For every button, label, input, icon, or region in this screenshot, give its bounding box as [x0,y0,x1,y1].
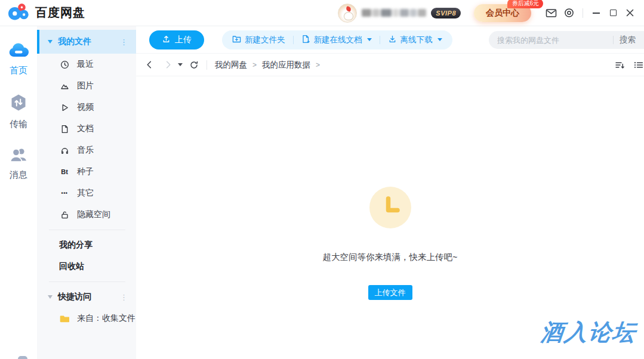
new-online-doc-button[interactable]: 新建在线文档 [301,35,372,45]
breadcrumb-divider [207,60,207,70]
sidebar: 我的文件 ⋮ 最近 图片 视频 [37,26,136,359]
search-input[interactable] [497,36,609,45]
search-button[interactable]: 搜索 [620,35,644,45]
nav-rail: 首页 传输 消息 [0,26,37,359]
header-right: SVIP8 会员中心 券后减6元 [338,4,644,23]
quick-access-label: 快捷访问 [58,292,91,302]
chevron-down-icon [367,38,372,41]
rail-label-home: 首页 [10,65,27,76]
my-files-label: 我的文件 [58,36,91,47]
clock-icon [60,60,69,69]
search-box: 搜索 [489,31,644,49]
cutoff-icon [18,356,27,359]
headphone-icon [60,146,69,155]
sidebar-item-pictures[interactable]: 图片 [37,75,136,97]
main-panel: 上传 新建文件夹 [136,26,644,359]
sidebar-item-torrents[interactable]: Bt 种子 [37,161,136,182]
sidebar-item-documents[interactable]: 文档 [37,118,136,140]
rail-item-transfer[interactable]: 传输 [9,93,28,130]
sidebar-item-music[interactable]: 音乐 [37,140,136,161]
breadcrumb-bar: 我的网盘 > 我的应用数据 > [136,54,644,76]
gear-icon[interactable] [560,4,578,22]
coupon-ribbon: 券后减6元 [507,0,543,8]
sort-icon[interactable] [615,60,625,70]
transfer-icon [9,93,28,114]
list-view-icon[interactable] [634,60,643,70]
watermark: 酒入论坛 [539,317,637,348]
sidebar-my-share[interactable]: 我的分享 [37,234,136,256]
new-folder-button[interactable]: 新建文件夹 [232,35,285,45]
avatar[interactable] [338,4,357,23]
lock-icon [60,211,69,219]
header-divider [583,8,583,18]
breadcrumb-app-data[interactable]: 我的应用数据 [262,60,310,70]
forward-button[interactable] [164,60,172,69]
folder-plus-icon [232,35,241,45]
sidebar-item-recent[interactable]: 最近 [37,54,136,75]
sidebar-item-videos[interactable]: 视频 [37,97,136,118]
close-button[interactable] [621,5,638,21]
username-blurred [362,9,426,17]
member-center: 会员中心 券后减6元 [474,4,531,22]
sidebar-divider [49,230,125,230]
ellipsis-icon: ••• [60,190,69,196]
toolbar: 上传 新建文件夹 [136,26,644,54]
rail-item-home[interactable]: 首页 [7,42,30,76]
history-dropdown-icon[interactable] [178,63,183,66]
view-controls [615,60,639,70]
search-divider [613,36,614,44]
rail-label-transfer: 传输 [10,119,27,130]
sidebar-recycle-bin[interactable]: 回收站 [37,256,136,277]
mail-icon[interactable] [542,4,560,22]
sidebar-my-files[interactable]: 我的文件 ⋮ [37,30,136,54]
breadcrumb-my-drive[interactable]: 我的网盘 [215,60,247,70]
chevron-down-icon [437,38,442,41]
sidebar-divider [49,281,125,282]
minimize-button[interactable] [588,5,605,21]
offline-download-button[interactable]: 离线下载 [388,35,442,45]
kebab-menu-icon[interactable]: ⋮ [120,38,128,47]
chevron-down-icon [48,40,53,44]
image-icon [60,82,69,91]
app-title: 百度网盘 [35,5,85,21]
rail-item-messages[interactable]: 消息 [9,147,28,181]
sidebar-item-other[interactable]: ••• 其它 [37,182,136,204]
doc-plus-icon [301,35,310,45]
empty-message: 超大空间等你来填满，快来上传吧~ [323,252,458,263]
app-logo: 百度网盘 [0,2,85,24]
upload-file-button[interactable]: 上传文件 [368,285,412,300]
rail-label-messages: 消息 [10,169,27,181]
breadcrumb-separator: > [316,61,320,69]
document-icon [60,125,69,134]
app-window: 百度网盘 SVIP8 会员中心 券后减6元 [0,0,644,359]
kebab-menu-icon[interactable]: ⋮ [120,293,128,302]
cloud-home-icon [7,42,30,61]
upload-button[interactable]: 上传 [149,30,204,49]
toolbar-group: 新建文件夹 新建在线文档 [222,30,452,49]
clock-illustration-icon [369,187,411,228]
svip-badge[interactable]: SVIP8 [431,8,461,18]
breadcrumb-separator: > [252,61,257,69]
back-button[interactable] [145,60,154,69]
empty-state: 超大空间等你来填满，快来上传吧~ 上传文件 [136,187,644,300]
sidebar-item-hidden-space[interactable]: 隐藏空间 [37,204,136,225]
bt-icon: Bt [60,168,69,175]
chevron-down-icon [48,295,53,299]
toolbar-divider [293,36,294,44]
play-icon [60,103,69,112]
messages-icon [9,147,28,165]
title-bar: 百度网盘 SVIP8 会员中心 券后减6元 [0,0,644,26]
maximize-button[interactable] [605,5,621,21]
refresh-icon[interactable] [189,60,199,70]
folder-icon [60,314,69,323]
sidebar-quick-access[interactable]: 快捷访问 ⋮ [37,286,136,308]
download-icon [388,35,397,45]
toolbar-divider [380,36,380,44]
upload-icon [162,35,171,45]
sidebar-item-collected-files[interactable]: 来自：收集文件 [37,308,136,329]
baidu-netdisk-logo-icon [8,2,30,24]
file-area: 超大空间等你来填满，快来上传吧~ 上传文件 酒入论坛 [136,76,644,359]
